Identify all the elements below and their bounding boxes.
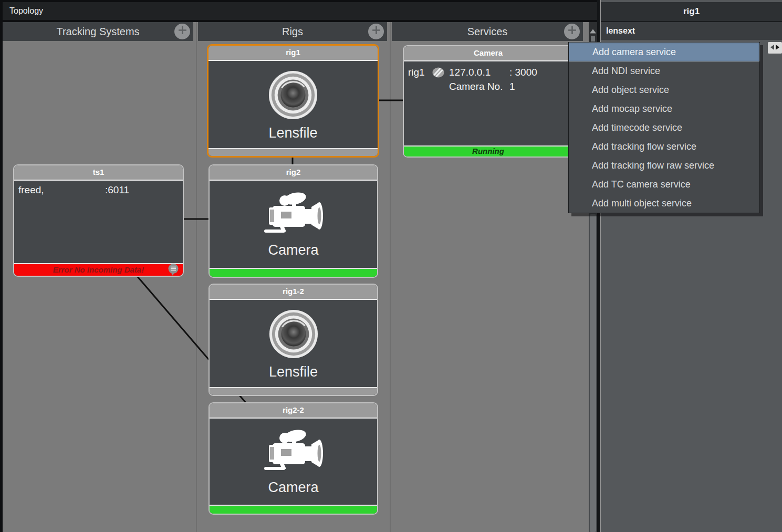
left-right-arrows-icon [770,43,780,53]
column-label: Services [467,26,508,38]
properties-panel-title: rig1 [601,2,782,22]
window-title: Topology [9,6,43,15]
video-disabled-icon [431,67,449,78]
service-port: : 3000 [509,67,568,78]
menu-item-add-tracking-flow-raw-service[interactable]: Add tracking flow raw service [569,156,759,175]
rig-type-label: Lensfile [268,125,317,141]
property-row-lensext[interactable]: lensext [601,22,782,40]
column-divider [390,22,391,532]
rig-type-label: Camera [268,242,318,258]
node-title[interactable]: Camera [404,46,572,61]
selected-node-name: rig1 [683,6,700,17]
expand-collapse-button[interactable] [768,42,782,54]
status-bar [208,148,378,156]
status-text: Running [472,147,504,155]
menu-item-add-ndi-service[interactable]: Add NDI service [569,61,759,80]
topology-window: Topology Tracking Systems Rigs Services [0,0,782,532]
status-bar-running: Running [404,145,572,157]
node-ts1[interactable]: ts1 freed, :6011 Error No incoming Data! [13,164,184,277]
column-label: Rigs [282,26,303,38]
camera-number-value: 1 [509,81,568,92]
menu-item-add-camera-service[interactable]: Add camera service [569,43,759,61]
menu-item-add-tc-camera-service[interactable]: Add TC camera service [569,175,759,194]
message-bubble-icon[interactable] [167,263,180,277]
service-row: Camera No. 1 [404,79,572,93]
column-divider [196,22,197,532]
menu-item-add-object-service[interactable]: Add object service [569,80,759,99]
node-title[interactable]: rig2 [210,165,377,181]
camera-icon [262,429,326,477]
tracking-port: :6011 [105,184,179,196]
add-tracking-system-button[interactable] [174,24,190,39]
rig-type-label: Camera [268,479,318,496]
menu-item-add-tracking-flow-service[interactable]: Add tracking flow service [569,137,759,156]
add-service-context-menu: Add camera service Add NDI service Add o… [568,42,760,213]
service-rig-ref: rig1 [408,67,431,78]
service-row: rig1 127.0.0.1 : 3000 [404,65,572,79]
menu-item-add-mocap-service[interactable]: Add mocap service [569,99,759,118]
node-body: Camera [210,419,377,505]
column-header-services: Services [392,22,583,41]
column-label: Tracking Systems [56,26,139,38]
node-body: freed, :6011 [14,181,183,263]
camera-icon [262,192,326,240]
status-text: Error No incoming Data! [53,265,144,274]
node-rig2[interactable]: rig2 [208,164,378,278]
node-title[interactable]: rig1-2 [210,285,377,300]
service-ip-address: 127.0.0.1 [449,67,509,78]
rig-type-label: Lensfile [269,364,318,380]
plus-icon [371,25,381,38]
plus-icon [178,25,187,38]
node-body: Camera [210,181,377,268]
node-body: Lensfile [208,61,378,148]
node-rig1-2[interactable]: rig1-2 Lensfile [208,284,378,396]
column-header-rigs: Rigs [198,22,387,41]
add-rig-button[interactable] [368,24,384,39]
lens-icon [268,308,319,362]
window-title-bar: Topology [3,2,597,20]
status-bar-ok [210,505,377,514]
lens-icon [267,69,319,123]
tracking-protocol: freed, [18,184,105,196]
status-bar-ok [210,268,377,277]
scrollbar-thumb[interactable] [590,214,596,532]
scrollbar-mini-thumb[interactable] [591,36,595,41]
menu-item-add-timecode-service[interactable]: Add timecode service [569,118,759,137]
node-title[interactable]: rig2-2 [210,403,377,419]
node-title[interactable]: rig1 [208,46,378,61]
node-camera-service[interactable]: Camera rig1 127.0.0.1 : 3000 [403,45,574,158]
property-label: lensext [606,26,635,35]
node-body: rig1 127.0.0.1 : 3000 Camera No. 1 [404,61,572,145]
node-rig1[interactable]: rig1 Lensfile [207,44,379,158]
node-rig2-2[interactable]: rig2-2 [208,402,378,515]
menu-item-add-multi-object-service[interactable]: Add multi object service [569,194,759,213]
node-title[interactable]: ts1 [14,165,183,181]
status-bar [210,387,377,395]
node-body: Lensfile [210,300,377,387]
camera-number-label: Camera No. [449,81,509,92]
plus-icon [567,25,577,38]
add-service-button[interactable] [564,24,580,39]
status-bar-error: Error No incoming Data! [14,263,183,276]
column-header-tracking-systems: Tracking Systems [3,22,193,41]
